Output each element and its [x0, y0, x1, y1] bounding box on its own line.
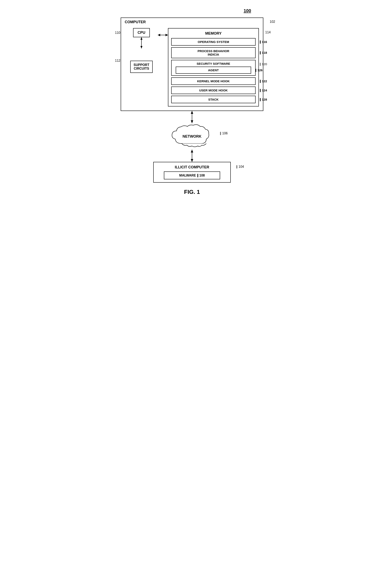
cpu-support-arrow — [138, 37, 144, 48]
ref-124: ∥ 124 — [259, 88, 267, 92]
illicit-outer: ILLICIT COMPUTER MALWARE ∥ 108 ∥ 104 — [153, 162, 231, 183]
security-software-box: SECURITY SOFTWARE ∥ 120 AGENT ∥ 126 — [171, 60, 256, 76]
illicit-section: ILLICIT COMPUTER MALWARE ∥ 108 ∥ 104 — [121, 162, 263, 183]
computer-label: COMPUTER — [125, 20, 146, 24]
svg-marker-10 — [191, 150, 193, 152]
operating-system-box: OPERATING SYSTEM ∥ 116 — [171, 38, 256, 46]
ref-116: ∥ 116 — [259, 40, 267, 44]
ref-128: ∥ 128 — [259, 98, 267, 101]
malware-box: MALWARE ∥ 108 — [164, 171, 220, 179]
computer-to-network-arrow — [188, 111, 196, 123]
network-section: NETWORK ∥ 106 — [121, 123, 263, 150]
cloud-container: NETWORK — [170, 123, 214, 150]
ref-120: ∥ 120 — [259, 62, 267, 66]
cpu-memory-arrow — [158, 31, 168, 39]
network-wrapper: NETWORK ∥ 106 — [170, 123, 214, 150]
cpu-box: CPU — [133, 28, 150, 37]
computer-box: COMPUTER 102 110 CPU — [121, 18, 263, 111]
ref-122: ∥ 122 — [259, 79, 267, 83]
top-ref: 100 — [121, 8, 263, 13]
support-circuits-box: SUPPORT CIRCUITS — [130, 61, 153, 73]
stack-box: STACK ∥ 128 — [171, 96, 256, 103]
memory-label: MEMORY — [171, 31, 256, 36]
user-mode-hook-box: USER MODE HOOK ∥ 124 — [171, 86, 256, 94]
svg-marker-5 — [165, 34, 168, 36]
ref-102: 102 — [270, 20, 275, 24]
svg-marker-1 — [140, 37, 142, 40]
illicit-computer-label: ILLICIT COMPUTER — [158, 165, 226, 169]
cpu-memory-arrow-area — [158, 28, 168, 39]
agent-box: AGENT ∥ 126 — [176, 66, 251, 74]
security-software-label: SECURITY SOFTWARE — [174, 62, 253, 65]
ref-118: ∥ 118 — [259, 51, 267, 55]
process-behavior-box: PROCESS BEHAVIORINDICIA ∥ 118 — [171, 47, 256, 58]
kernel-mode-hook-box: KERNEL MODE HOOK ∥ 122 — [171, 77, 256, 85]
ref-114: 114 — [265, 31, 271, 34]
left-col: 110 CPU — [125, 28, 158, 73]
computer-inner: 110 CPU — [125, 28, 259, 106]
svg-marker-11 — [191, 159, 193, 162]
ref-112: 112 — [115, 59, 120, 63]
network-to-illicit-arrow-area — [121, 150, 263, 162]
cloud-svg — [170, 123, 214, 150]
svg-marker-4 — [158, 34, 160, 36]
fig-caption: FIG. 1 — [121, 189, 263, 195]
svg-marker-2 — [140, 46, 142, 48]
ref-108: ∥ 108 — [197, 174, 205, 177]
computer-to-network-arrow-area — [121, 111, 263, 123]
ref-126: ∥ 126 — [255, 68, 263, 72]
network-to-illicit-arrow — [188, 150, 196, 162]
page-container: 100 COMPUTER 102 110 CPU — [121, 8, 263, 195]
memory-box: 114 MEMORY OPERATING SYSTEM ∥ 116 PROCES… — [168, 28, 259, 106]
illicit-computer-box: ILLICIT COMPUTER MALWARE ∥ 108 — [153, 162, 231, 183]
ref-106: ∥ 106 — [220, 131, 228, 135]
ref-104: ∥ 104 — [236, 165, 244, 168]
svg-marker-7 — [191, 111, 193, 114]
svg-marker-8 — [191, 120, 193, 123]
ref-110: 110 — [115, 31, 120, 35]
